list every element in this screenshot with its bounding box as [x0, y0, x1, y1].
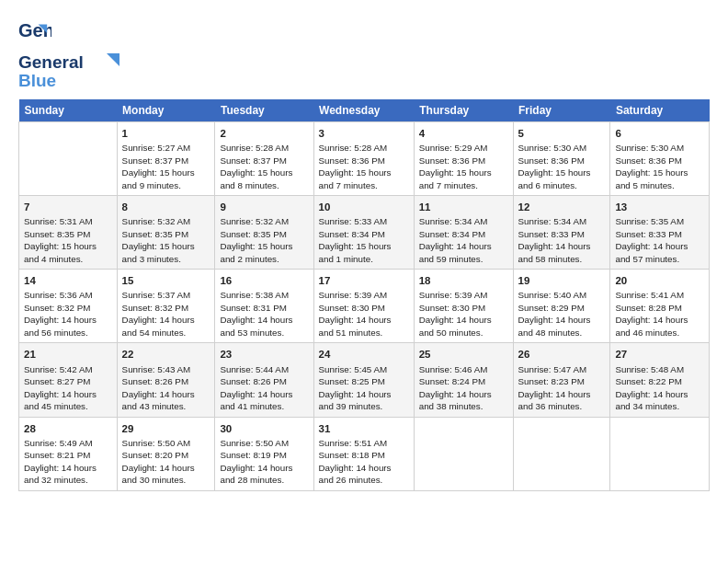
- day-info: Sunrise: 5:50 AM Sunset: 8:20 PM Dayligh…: [122, 437, 210, 487]
- day-number: 20: [615, 273, 704, 288]
- day-info: Sunrise: 5:40 AM Sunset: 8:29 PM Dayligh…: [518, 289, 606, 339]
- day-info: Sunrise: 5:45 AM Sunset: 8:25 PM Dayligh…: [319, 363, 409, 413]
- day-info: Sunrise: 5:49 AM Sunset: 8:21 PM Dayligh…: [24, 437, 112, 487]
- day-info: Sunrise: 5:48 AM Sunset: 8:22 PM Dayligh…: [615, 363, 704, 413]
- svg-text:General: General: [18, 52, 84, 72]
- day-number: 28: [24, 421, 112, 436]
- day-number: 22: [122, 347, 210, 362]
- header-row: SundayMondayTuesdayWednesdayThursdayFrid…: [19, 99, 710, 122]
- calendar-cell: [414, 417, 513, 490]
- day-number: 11: [419, 200, 508, 214]
- day-number: 1: [122, 126, 210, 141]
- day-info: Sunrise: 5:35 AM Sunset: 8:33 PM Dayligh…: [615, 215, 704, 265]
- day-info: Sunrise: 5:30 AM Sunset: 8:36 PM Dayligh…: [615, 142, 704, 191]
- calendar-cell: 5Sunrise: 5:30 AM Sunset: 8:36 PM Daylig…: [513, 122, 610, 196]
- svg-marker-3: [107, 53, 119, 66]
- calendar-week-row: 21Sunrise: 5:42 AM Sunset: 8:27 PM Dayli…: [19, 343, 710, 417]
- calendar-cell: 23Sunrise: 5:44 AM Sunset: 8:26 PM Dayli…: [215, 343, 313, 417]
- calendar-cell: 20Sunrise: 5:41 AM Sunset: 8:28 PM Dayli…: [610, 270, 710, 343]
- day-number: 14: [24, 273, 112, 288]
- day-number: 27: [615, 347, 704, 362]
- calendar-cell: 31Sunrise: 5:51 AM Sunset: 8:18 PM Dayli…: [313, 417, 414, 490]
- calendar-cell: 27Sunrise: 5:48 AM Sunset: 8:22 PM Dayli…: [610, 343, 710, 417]
- day-info: Sunrise: 5:32 AM Sunset: 8:35 PM Dayligh…: [122, 215, 210, 265]
- calendar-week-row: 28Sunrise: 5:49 AM Sunset: 8:21 PM Dayli…: [19, 417, 710, 490]
- day-info: Sunrise: 5:51 AM Sunset: 8:18 PM Dayligh…: [319, 437, 409, 487]
- weekday-header: Wednesday: [313, 99, 414, 122]
- day-info: Sunrise: 5:41 AM Sunset: 8:28 PM Dayligh…: [615, 289, 704, 339]
- day-number: 19: [518, 273, 606, 288]
- calendar-cell: 13Sunrise: 5:35 AM Sunset: 8:33 PM Dayli…: [610, 196, 710, 270]
- calendar-cell: 8Sunrise: 5:32 AM Sunset: 8:35 PM Daylig…: [117, 196, 215, 270]
- calendar-cell: 19Sunrise: 5:40 AM Sunset: 8:29 PM Dayli…: [513, 270, 610, 343]
- day-info: Sunrise: 5:34 AM Sunset: 8:33 PM Dayligh…: [518, 215, 606, 265]
- day-info: Sunrise: 5:42 AM Sunset: 8:27 PM Dayligh…: [24, 363, 112, 413]
- calendar-week-row: 7Sunrise: 5:31 AM Sunset: 8:35 PM Daylig…: [19, 196, 710, 270]
- calendar-cell: [19, 122, 118, 196]
- calendar-table: SundayMondayTuesdayWednesdayThursdayFrid…: [18, 99, 710, 491]
- calendar-cell: 16Sunrise: 5:38 AM Sunset: 8:31 PM Dayli…: [215, 270, 313, 343]
- day-info: Sunrise: 5:46 AM Sunset: 8:24 PM Dayligh…: [419, 363, 508, 413]
- weekday-header: Saturday: [610, 99, 710, 122]
- calendar-cell: 7Sunrise: 5:31 AM Sunset: 8:35 PM Daylig…: [19, 196, 118, 270]
- calendar-cell: 22Sunrise: 5:43 AM Sunset: 8:26 PM Dayli…: [117, 343, 215, 417]
- day-number: 4: [419, 126, 508, 141]
- svg-text:Blue: Blue: [18, 71, 56, 90]
- weekday-header: Friday: [513, 99, 610, 122]
- page: General General Blue SundayMondayTuesday…: [0, 0, 728, 500]
- weekday-header: Monday: [117, 99, 215, 122]
- calendar-cell: 6Sunrise: 5:30 AM Sunset: 8:36 PM Daylig…: [610, 122, 710, 196]
- day-number: 12: [518, 200, 606, 214]
- general-blue-logo: General Blue: [18, 50, 119, 90]
- day-number: 26: [518, 347, 606, 362]
- day-number: 29: [122, 421, 210, 436]
- calendar-cell: 1Sunrise: 5:27 AM Sunset: 8:37 PM Daylig…: [117, 122, 215, 196]
- calendar-cell: 15Sunrise: 5:37 AM Sunset: 8:32 PM Dayli…: [117, 270, 215, 343]
- calendar-cell: [610, 417, 710, 490]
- day-number: 24: [319, 347, 409, 362]
- calendar-cell: 26Sunrise: 5:47 AM Sunset: 8:23 PM Dayli…: [513, 343, 610, 417]
- calendar-cell: 21Sunrise: 5:42 AM Sunset: 8:27 PM Dayli…: [19, 343, 118, 417]
- calendar-cell: 25Sunrise: 5:46 AM Sunset: 8:24 PM Dayli…: [414, 343, 513, 417]
- day-info: Sunrise: 5:27 AM Sunset: 8:37 PM Dayligh…: [122, 142, 210, 191]
- day-number: 18: [419, 273, 508, 288]
- day-number: 15: [122, 273, 210, 288]
- day-info: Sunrise: 5:36 AM Sunset: 8:32 PM Dayligh…: [24, 289, 112, 339]
- day-number: 5: [518, 126, 606, 141]
- calendar-cell: 24Sunrise: 5:45 AM Sunset: 8:25 PM Dayli…: [313, 343, 414, 417]
- day-info: Sunrise: 5:33 AM Sunset: 8:34 PM Dayligh…: [319, 215, 409, 265]
- day-number: 10: [319, 200, 409, 214]
- day-info: Sunrise: 5:28 AM Sunset: 8:36 PM Dayligh…: [319, 142, 409, 191]
- calendar-week-row: 1Sunrise: 5:27 AM Sunset: 8:37 PM Daylig…: [19, 122, 710, 196]
- day-number: 7: [24, 200, 112, 214]
- weekday-header: Tuesday: [215, 99, 313, 122]
- day-number: 17: [319, 273, 409, 288]
- calendar-cell: 14Sunrise: 5:36 AM Sunset: 8:32 PM Dayli…: [19, 270, 118, 343]
- calendar-cell: [513, 417, 610, 490]
- day-info: Sunrise: 5:50 AM Sunset: 8:19 PM Dayligh…: [220, 437, 308, 487]
- calendar-cell: 17Sunrise: 5:39 AM Sunset: 8:30 PM Dayli…: [313, 270, 414, 343]
- day-number: 23: [220, 347, 308, 362]
- day-info: Sunrise: 5:29 AM Sunset: 8:36 PM Dayligh…: [419, 142, 508, 191]
- day-info: Sunrise: 5:37 AM Sunset: 8:32 PM Dayligh…: [122, 289, 210, 339]
- day-number: 6: [615, 126, 704, 141]
- day-info: Sunrise: 5:43 AM Sunset: 8:26 PM Dayligh…: [122, 363, 210, 413]
- calendar-cell: 12Sunrise: 5:34 AM Sunset: 8:33 PM Dayli…: [513, 196, 610, 270]
- day-number: 8: [122, 200, 210, 214]
- calendar-cell: 18Sunrise: 5:39 AM Sunset: 8:30 PM Dayli…: [414, 270, 513, 343]
- day-info: Sunrise: 5:30 AM Sunset: 8:36 PM Dayligh…: [518, 142, 606, 191]
- calendar-cell: 10Sunrise: 5:33 AM Sunset: 8:34 PM Dayli…: [313, 196, 414, 270]
- day-info: Sunrise: 5:39 AM Sunset: 8:30 PM Dayligh…: [419, 289, 508, 339]
- day-number: 3: [319, 126, 409, 141]
- day-info: Sunrise: 5:34 AM Sunset: 8:34 PM Dayligh…: [419, 215, 508, 265]
- logo-icon: General: [18, 17, 51, 50]
- calendar-cell: 30Sunrise: 5:50 AM Sunset: 8:19 PM Dayli…: [215, 417, 313, 490]
- day-number: 2: [220, 126, 308, 141]
- day-number: 13: [615, 200, 704, 214]
- calendar-week-row: 14Sunrise: 5:36 AM Sunset: 8:32 PM Dayli…: [19, 270, 710, 343]
- logo: General General Blue: [18, 17, 119, 90]
- calendar-cell: 28Sunrise: 5:49 AM Sunset: 8:21 PM Dayli…: [19, 417, 118, 490]
- day-info: Sunrise: 5:39 AM Sunset: 8:30 PM Dayligh…: [319, 289, 409, 339]
- weekday-header: Sunday: [19, 99, 118, 122]
- day-info: Sunrise: 5:28 AM Sunset: 8:37 PM Dayligh…: [220, 142, 308, 191]
